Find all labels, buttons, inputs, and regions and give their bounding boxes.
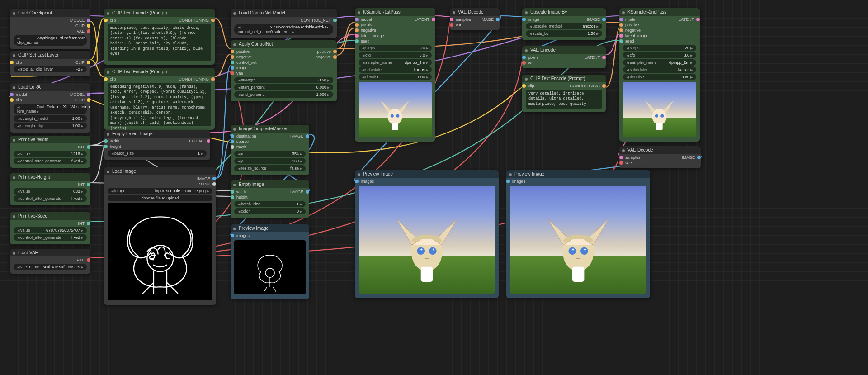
widget-scale-by[interactable]: scale_by1.50 <box>526 30 602 37</box>
node-title: VAE Decode <box>627 147 653 152</box>
widget-value[interactable]: value832 <box>14 188 87 195</box>
widget-strength-model[interactable]: strength_model1.00 <box>14 115 87 122</box>
widget-control-net-name[interactable]: control_net_namexinsir-controlnet-scribb… <box>234 24 333 35</box>
widget-strength-clip[interactable]: strength_clip1.00 <box>14 123 87 129</box>
choose-file-button[interactable]: choose file to upload <box>108 195 212 201</box>
node-ksampler-2ndpass[interactable]: KSampler-2ndPass model LATENT positive n… <box>619 8 700 142</box>
widget-color[interactable]: color0 <box>234 208 306 214</box>
node-primitive-width[interactable]: Primitive-Width INT value1216 control_af… <box>10 136 90 168</box>
node-ksampler-1stpass[interactable]: KSampler-1stPass model LATENT positive n… <box>355 8 435 142</box>
node-title: Preview Image <box>514 171 544 176</box>
node-load-controlnet-model[interactable]: Load ControlNet Model CONTROL_NET contro… <box>231 9 337 38</box>
node-clip-set-last-layer[interactable]: CLIP Set Last Layer clip CLIP stop_at_cl… <box>10 51 90 76</box>
node-graph-canvas[interactable]: Load Checkpoint MODEL CLIP VAE ckpt_name… <box>0 0 868 375</box>
widget-scheduler[interactable]: schedulerkarras <box>623 66 696 73</box>
node-title: ImageCompositeMasked <box>239 126 289 131</box>
widget-x[interactable]: x354 <box>234 151 306 157</box>
node-clip-text-encode-positive[interactable]: CLIP Text Encode (Prompt) clip CONDITION… <box>104 9 215 65</box>
widget-steps[interactable]: steps20 <box>359 45 432 51</box>
node-title: KSampler-1stPass <box>363 9 401 14</box>
node-empty-latent-image[interactable]: Empty Latent Image width LATENT height b… <box>104 130 210 160</box>
widget-batch-size[interactable]: batch_size1 <box>108 150 207 157</box>
prompt-text[interactable]: embedding:negativeXL_D, nude, (hands), t… <box>108 83 211 126</box>
widget-vae-name[interactable]: vae_namesdxl.vae.safetensors <box>14 264 87 270</box>
ksampler-preview <box>623 82 696 137</box>
widget-sampler-name[interactable]: sampler_namedpmpp_2m <box>623 59 696 66</box>
node-title: Load ControlNet Model <box>239 10 285 15</box>
node-preview-image-1[interactable]: Preview Image images <box>355 170 499 298</box>
node-upscale-image-by[interactable]: Upscale Image By image IMAGE upscale_met… <box>522 8 606 40</box>
node-title: Primitive-Height <box>18 175 50 180</box>
svg-point-18 <box>580 247 588 255</box>
node-title: Load Checkpoint <box>18 10 52 15</box>
node-title: Apply ControlNet <box>239 42 273 47</box>
svg-point-13 <box>420 248 422 250</box>
widget-lora-name[interactable]: lora_nameZoot_Detailer_XL_V4.safeten... <box>14 104 87 114</box>
node-load-vae[interactable]: Load VAE VAE vae_namesdxl.vae.safetensor… <box>10 249 90 274</box>
widget-control-after-generate[interactable]: control_after_generatefixed <box>14 195 87 202</box>
node-load-image[interactable]: Load Image IMAGE MASK imageinput_scribbl… <box>104 167 216 305</box>
svg-point-14 <box>433 248 434 250</box>
svg-point-7 <box>655 114 658 118</box>
node-title: KSampler-2ndPass <box>627 9 666 14</box>
node-title: Load LoRA <box>18 85 41 90</box>
node-load-lora[interactable]: Load LoRA model MODEL clip CLIP lora_nam… <box>10 83 90 133</box>
widget-end-percent[interactable]: end_percent1.000 <box>234 91 333 98</box>
widget-denoise[interactable]: denoise1.00 <box>359 74 432 80</box>
node-title: VAE Encode <box>530 47 556 52</box>
node-vae-decode-1[interactable]: VAE Decode samples IMAGE vae <box>450 8 500 30</box>
node-clip-text-encode-detail[interactable]: CLIP Text Encode (Prompt) clip CONDITION… <box>522 75 606 112</box>
node-primitive-seed[interactable]: Primitive-Seed INT value678787856375407 … <box>10 212 90 244</box>
svg-point-12 <box>429 247 437 255</box>
svg-rect-5 <box>392 123 398 130</box>
node-apply-controlnet[interactable]: Apply ControlNet positive positive negat… <box>231 40 337 101</box>
node-title: Empty Latent Image <box>112 131 153 136</box>
node-title: EmptyImage <box>239 182 264 187</box>
widget-image[interactable]: imageinput_scribble_example.png <box>108 188 212 194</box>
widget-cfg[interactable]: cfg3.0 <box>623 52 696 58</box>
node-title: VAE Decode <box>458 9 484 14</box>
node-empty-image[interactable]: EmptyImage width IMAGE height batch_size… <box>231 180 309 218</box>
widget-start-percent[interactable]: start_percent0.000 <box>234 84 333 90</box>
widget-ckpt-name[interactable]: ckpt_nameAnythingXL_xl.safetensors <box>14 35 87 46</box>
node-clip-text-encode-negative[interactable]: CLIP Text Encode (Prompt) clip CONDITION… <box>104 68 215 130</box>
svg-rect-9 <box>656 123 663 130</box>
svg-rect-21 <box>572 266 585 281</box>
widget-batch-size[interactable]: batch_size1 <box>234 201 306 207</box>
widget-resize-source[interactable]: resize_sourcefalse <box>234 165 306 171</box>
widget-scheduler[interactable]: schedulerkarras <box>359 66 432 73</box>
svg-point-6 <box>652 109 667 125</box>
widget-upscale-method[interactable]: upscale_methodlanczos <box>526 23 602 29</box>
prompt-text[interactable]: masterpiece, best quality, white dress, … <box>108 24 211 61</box>
widget-cfg[interactable]: cfg5.0 <box>359 52 432 58</box>
prompt-text[interactable]: very detailed, intricate details, ultra … <box>526 90 602 109</box>
node-image-composite-masked[interactable]: ImageCompositeMasked destination IMAGE s… <box>231 125 309 175</box>
widget-stop-at-clip-layer[interactable]: stop_at_clip_layer-2 <box>14 66 87 72</box>
widget-y[interactable]: y160 <box>234 158 306 164</box>
node-preview-image-2[interactable]: Preview Image images <box>506 170 650 298</box>
widget-control-after-generate[interactable]: control_after_generatefixed <box>14 158 87 164</box>
node-primitive-height[interactable]: Primitive-Height INT value832 control_af… <box>10 173 90 205</box>
widget-strength[interactable]: strength0.50 <box>234 77 333 83</box>
node-load-checkpoint[interactable]: Load Checkpoint MODEL CLIP VAE ckpt_name… <box>10 9 90 49</box>
widget-value[interactable]: value678787856375407 <box>14 227 87 233</box>
widget-sampler-name[interactable]: sampler_namedpmpp_2m <box>359 59 432 66</box>
node-vae-decode-2[interactable]: VAE Decode samples IMAGE vae <box>619 146 701 168</box>
widget-value[interactable]: value1216 <box>14 151 87 157</box>
svg-point-19 <box>572 248 574 250</box>
node-title: Upscale Image By <box>530 9 567 14</box>
node-preview-image-small[interactable]: Preview Image images <box>231 224 309 299</box>
node-title: CLIP Text Encode (Prompt) <box>112 69 167 74</box>
node-title: Preview Image <box>363 171 393 176</box>
svg-point-20 <box>584 248 586 250</box>
widget-steps[interactable]: steps20 <box>623 45 696 51</box>
node-vae-encode[interactable]: VAE Encode pixels LATENT vae <box>522 46 606 68</box>
preview-image <box>359 186 495 294</box>
widget-control-after-generate[interactable]: control_after_generatefixed <box>14 234 87 241</box>
scribble-preview-small <box>234 240 306 294</box>
scribble-preview <box>108 203 212 300</box>
node-title: Preview Image <box>239 226 269 231</box>
svg-point-4 <box>396 114 400 118</box>
widget-denoise[interactable]: denoise0.60 <box>623 74 696 80</box>
node-title: Load VAE <box>18 250 38 255</box>
